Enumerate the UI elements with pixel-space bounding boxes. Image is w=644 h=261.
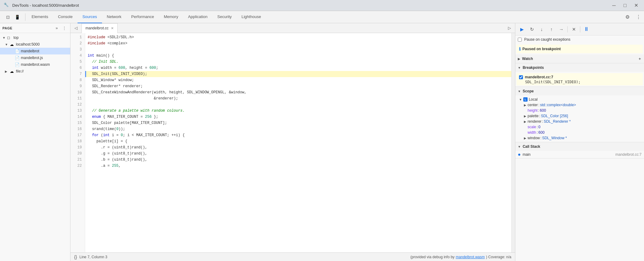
renderer-expand-icon[interactable]: ▶ [524, 120, 526, 123]
tree-label-file: file:// [16, 69, 24, 73]
code-line-2: #include <complex> [85, 40, 511, 47]
title-bar: 🔧 DevTools - localhost:5000/mandelbrot ─… [0, 0, 644, 11]
wasm-link[interactable]: mandelbrot.wasm [456, 255, 485, 259]
left-panel-menu-icon[interactable]: ⋮ [61, 25, 68, 32]
callstack-dot-icon: ● [518, 152, 521, 157]
line-number-4[interactable]: 4 [70, 53, 85, 59]
file-tab-close-icon[interactable]: ✕ [111, 26, 114, 30]
line-number-18[interactable]: 18 [70, 138, 85, 144]
deactivate-button[interactable]: ✕ [570, 25, 578, 34]
resume-button[interactable]: ▶ [518, 25, 526, 34]
window-controls: ─ □ ✕ [610, 1, 640, 10]
line-number-5[interactable]: 5 [70, 59, 85, 65]
tree-item-mandelbrot-wasm[interactable]: 📄 mandelbrot.wasm [0, 61, 70, 68]
line-number-6[interactable]: 6 [70, 65, 85, 71]
code-area: 12345678910111213141516171819202122 #inc… [70, 33, 515, 252]
callstack-section-header[interactable]: ▼ Call Stack [515, 142, 644, 151]
line-number-3[interactable]: 3 [70, 47, 85, 53]
code-scroll[interactable]: #include <SDL2/SDL.h>#include <complex> … [85, 33, 511, 252]
more-pages-icon[interactable]: » [52, 24, 61, 32]
line-number-10[interactable]: 10 [70, 89, 85, 95]
scope-local-header[interactable]: ▼ L Local [518, 97, 642, 102]
tab-elements[interactable]: Elements [27, 11, 53, 23]
code-line-17: for (int i = 0; i < MAX_ITER_COUNT; ++i)… [85, 132, 511, 138]
status-suffix: ) Coverage: n/a [486, 255, 511, 259]
line-number-9[interactable]: 9 [70, 83, 85, 89]
line-number-15[interactable]: 15 [70, 120, 85, 126]
settings-icon[interactable]: ⚙ [623, 13, 632, 21]
line-number-16[interactable]: 16 [70, 126, 85, 132]
pause-button[interactable]: ⏸ [582, 25, 591, 34]
local-expand-icon[interactable]: ▼ [519, 98, 522, 101]
callstack-main[interactable]: ● main mandelbrot.cc:7 [515, 151, 644, 158]
line-number-19[interactable]: 19 [70, 144, 85, 151]
breakpoint-row: mandelbrot.cc:7 [519, 74, 640, 80]
inspect-icon[interactable]: ⊡ [4, 13, 12, 21]
code-line-16: srand(time(0)); [85, 126, 511, 132]
minimize-button[interactable]: ─ [610, 1, 618, 10]
vertical-scrollbar[interactable] [511, 33, 515, 252]
step-over-button[interactable]: ↻ [528, 25, 536, 34]
left-panel-header: Page » ⋮ [0, 23, 70, 33]
devtools-icon: 🔧 [4, 2, 10, 9]
step-button[interactable]: → [557, 25, 566, 34]
tree-item-mandelbrot[interactable]: 📄 mandelbrot [0, 48, 70, 54]
breakpoints-section-header[interactable]: ▼ Breakpoints [515, 63, 644, 72]
tree-item-top[interactable]: □ top [0, 34, 70, 41]
scope-section-header[interactable]: ▼ Scope [515, 87, 644, 95]
line-number-13[interactable]: 13 [70, 108, 85, 114]
scope-key-width: width [528, 130, 536, 135]
tab-application[interactable]: Application [183, 11, 213, 23]
debug-sep-1 [567, 26, 568, 32]
line-number-14[interactable]: 14 [70, 114, 85, 120]
line-number-17[interactable]: 17 [70, 132, 85, 138]
callstack-section: ▼ Call Stack ● main mandelbrot.cc:7 [515, 142, 644, 158]
watch-add-icon[interactable]: ＋ [638, 56, 642, 62]
window-expand-icon[interactable]: ▶ [524, 136, 526, 140]
scope-key-height: height [528, 108, 538, 113]
breakpoint-checkbox[interactable] [519, 75, 523, 79]
step-out-button[interactable]: ↑ [547, 25, 556, 34]
callstack-arrow-icon: ▼ [518, 145, 521, 148]
file-tab-mandelbrot-cc[interactable]: mandelbrot.cc ✕ [81, 23, 118, 33]
line-number-7[interactable]: 7 [70, 71, 85, 77]
tab-memory[interactable]: Memory [159, 11, 183, 23]
tab-sources[interactable]: Sources [78, 11, 102, 23]
tab-security[interactable]: Security [212, 11, 237, 23]
line-number-1[interactable]: 1 [70, 34, 85, 40]
line-number-8[interactable]: 8 [70, 77, 85, 83]
center-expand-icon[interactable]: ▶ [524, 103, 526, 107]
tree-item-localhost[interactable]: ☁ localhost:5000 [0, 41, 70, 48]
watch-section-header[interactable]: ▶ Watch ＋ [515, 54, 644, 63]
scope-label: Scope [523, 89, 534, 93]
tree-item-file[interactable]: ☁ file:// [0, 68, 70, 75]
tree-label-wasm: mandelbrot.wasm [21, 62, 50, 67]
breakpoints-arrow-icon: ▼ [518, 66, 521, 69]
tree-item-mandelbrot-js[interactable]: 📄 mandelbrot.js [0, 54, 70, 61]
format-code-icon[interactable]: ▷ [505, 24, 514, 32]
status-right: (provided via debug info by mandelbrot.w… [410, 255, 511, 259]
scope-center: ▶ center : std::complex<double> [518, 102, 642, 108]
palette-expand-icon[interactable]: ▶ [524, 114, 526, 118]
more-menu-icon[interactable]: ⋮ [634, 13, 643, 21]
tab-performance[interactable]: Performance [126, 11, 159, 23]
line-number-20[interactable]: 20 [70, 151, 85, 157]
close-button[interactable]: ✕ [632, 1, 640, 10]
pause-exceptions-checkbox[interactable] [518, 38, 522, 42]
tab-console[interactable]: Console [53, 11, 78, 23]
middle-panel: ◁ mandelbrot.cc ✕ ▷ 12345678910111213141… [70, 23, 515, 261]
line-number-11[interactable]: 11 [70, 95, 85, 102]
code-line-13: // Generate a palette with random colour… [85, 108, 511, 114]
line-number-22[interactable]: 22 [70, 163, 85, 169]
format-icon[interactable]: {} [74, 255, 77, 259]
line-number-2[interactable]: 2 [70, 40, 85, 47]
code-line-20: .g = (uint8_t)rand(), [85, 151, 511, 157]
tab-network[interactable]: Network [102, 11, 127, 23]
line-number-21[interactable]: 21 [70, 157, 85, 163]
step-into-button[interactable]: ↓ [537, 25, 546, 34]
navigate-back-icon[interactable]: ◁ [72, 24, 80, 32]
maximize-button[interactable]: □ [621, 1, 629, 10]
line-number-12[interactable]: 12 [70, 102, 85, 108]
tab-lighthouse[interactable]: Lighthouse [237, 11, 266, 23]
device-icon[interactable]: 📱 [13, 13, 21, 21]
